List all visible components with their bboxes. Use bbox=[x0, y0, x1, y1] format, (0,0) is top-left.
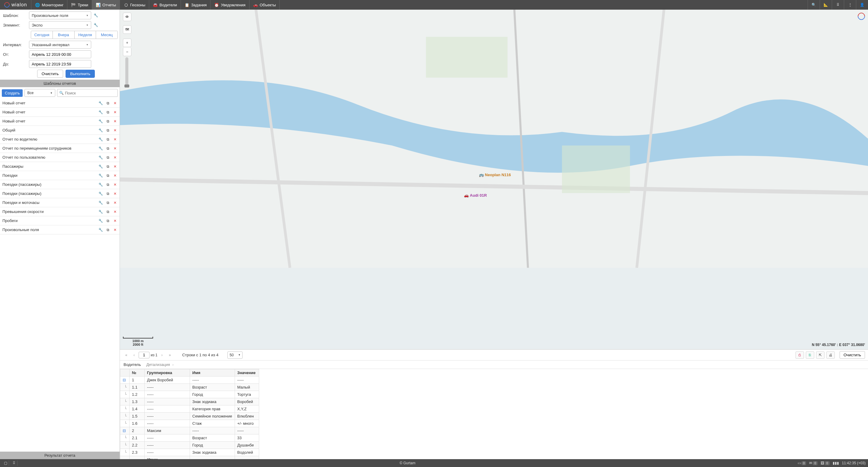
wrench-icon[interactable]: 🔧 bbox=[98, 173, 103, 178]
copy-icon[interactable]: ⧉ bbox=[106, 228, 110, 232]
template-item[interactable]: Общий 🔧 ⧉ ✕ bbox=[0, 126, 120, 135]
wrench-icon[interactable]: 🔧 bbox=[98, 219, 103, 223]
more-icon[interactable]: ⋮ bbox=[844, 0, 856, 10]
delete-icon[interactable]: ✕ bbox=[113, 110, 117, 114]
copy-icon[interactable]: ⧉ bbox=[106, 128, 110, 132]
copy-icon[interactable]: ⧉ bbox=[106, 173, 110, 178]
to-input[interactable] bbox=[29, 60, 91, 68]
print-icon[interactable]: 🖨 bbox=[826, 352, 835, 359]
template-select[interactable]: Произвольные поля bbox=[29, 11, 91, 19]
apps-icon[interactable]: ⠿ bbox=[832, 0, 844, 10]
wrench-icon[interactable]: 🔧 bbox=[98, 155, 103, 160]
template-item[interactable]: Превышения скорости 🔧 ⧉ ✕ bbox=[0, 207, 120, 216]
report-tab[interactable]: Водитель bbox=[124, 362, 141, 367]
zoom-out-button[interactable]: − bbox=[123, 48, 131, 56]
template-item[interactable]: Поездки (пассажиры) 🔧 ⧉ ✕ bbox=[0, 189, 120, 198]
wrench-icon[interactable]: 🔧 bbox=[98, 201, 103, 205]
template-item[interactable]: Новый отчет 🔧 ⧉ ✕ bbox=[0, 117, 120, 126]
delete-icon[interactable]: ✕ bbox=[113, 173, 117, 178]
template-item[interactable]: Отчет по перемещениям сотрудников 🔧 ⧉ ✕ bbox=[0, 144, 120, 153]
nav-треки[interactable]: 🏁Треки bbox=[67, 0, 92, 10]
page-size-select[interactable]: 50 bbox=[227, 352, 243, 359]
execute-button[interactable]: Выполнить bbox=[65, 70, 95, 78]
wrench-icon[interactable]: 🔧 bbox=[98, 110, 103, 114]
ruler-icon[interactable]: 📐 bbox=[820, 0, 832, 10]
nav-уведомления[interactable]: ⏰Уведомления bbox=[211, 0, 249, 10]
layers-icon[interactable]: 🗺 bbox=[123, 25, 131, 34]
wrench-icon[interactable]: 🔧 bbox=[98, 210, 103, 214]
delete-icon[interactable]: ✕ bbox=[113, 201, 117, 205]
last-page-icon[interactable]: » bbox=[166, 352, 173, 358]
page-input[interactable] bbox=[138, 352, 150, 358]
column-header[interactable]: Значение bbox=[235, 369, 259, 376]
quick-date-option[interactable]: Сегодня bbox=[31, 31, 53, 39]
collapse-icon[interactable]: ⊟ bbox=[123, 428, 126, 433]
nav-геозоны[interactable]: ⬡Геозоны bbox=[120, 0, 149, 10]
copy-icon[interactable]: ⧉ bbox=[106, 192, 110, 196]
template-item[interactable]: Новый отчет 🔧 ⧉ ✕ bbox=[0, 108, 120, 117]
template-item[interactable]: Отчет по пользователю 🔧 ⧉ ✕ bbox=[0, 153, 120, 162]
copy-icon[interactable]: ⧉ bbox=[106, 110, 110, 114]
grid-icon[interactable]: ⠿ bbox=[11, 460, 18, 466]
search-icon[interactable]: 🔍 bbox=[808, 0, 820, 10]
copy-icon[interactable]: ⧉ bbox=[106, 101, 110, 105]
clear-report-button[interactable]: Очистить bbox=[840, 351, 865, 359]
template-item[interactable]: Пробеги 🔧 ⧉ ✕ bbox=[0, 216, 120, 225]
column-header[interactable]: Группировка bbox=[144, 369, 190, 376]
image-badge[interactable]: 🖼0 bbox=[820, 461, 830, 465]
copy-icon[interactable]: ⧉ bbox=[106, 137, 110, 141]
template-settings-icon[interactable]: 🔧 bbox=[92, 12, 99, 19]
nav-задания[interactable]: 📋Задания bbox=[181, 0, 211, 10]
delete-icon[interactable]: ✕ bbox=[113, 119, 117, 123]
element-settings-icon[interactable]: 🔧 bbox=[92, 22, 99, 28]
create-template-button[interactable]: Создать bbox=[2, 89, 23, 97]
wrench-icon[interactable]: 🔧 bbox=[98, 119, 103, 123]
interval-select[interactable]: Указанный интервал bbox=[29, 41, 91, 48]
sms-badge[interactable]: ▭0 bbox=[798, 461, 806, 465]
zoom-slider[interactable] bbox=[125, 57, 128, 88]
delete-icon[interactable]: ✕ bbox=[113, 137, 117, 141]
wrench-icon[interactable]: 🔧 bbox=[98, 137, 103, 141]
map-view[interactable]: 👁 🗺 + − 🚌 Neoplan N116 🚗 Audi 01R 1000 m… bbox=[120, 10, 868, 349]
wrench-icon[interactable]: 🔧 bbox=[98, 164, 103, 169]
visibility-icon[interactable]: 👁 bbox=[123, 13, 131, 21]
template-filter-select[interactable]: Все bbox=[25, 89, 55, 97]
zoom-in-button[interactable]: + bbox=[123, 39, 131, 47]
delete-icon[interactable]: ✕ bbox=[113, 164, 117, 169]
first-page-icon[interactable]: « bbox=[123, 352, 130, 358]
copy-icon[interactable]: ⧉ bbox=[106, 119, 110, 123]
from-input[interactable] bbox=[29, 51, 91, 58]
delete-icon[interactable]: ✕ bbox=[113, 155, 117, 160]
delete-icon[interactable]: ✕ bbox=[113, 228, 117, 232]
copy-icon[interactable]: ⧉ bbox=[106, 155, 110, 160]
template-item[interactable]: Отчет по водителю 🔧 ⧉ ✕ bbox=[0, 135, 120, 144]
delete-icon[interactable]: ✕ bbox=[113, 182, 117, 187]
column-header[interactable]: № bbox=[129, 369, 144, 376]
collapse-icon[interactable]: ⊟ bbox=[123, 378, 126, 382]
template-item[interactable]: Пассажиры 🔧 ⧉ ✕ bbox=[0, 162, 120, 171]
delete-icon[interactable]: ✕ bbox=[113, 146, 117, 151]
export-file-icon[interactable]: ⇱ bbox=[816, 352, 825, 359]
copy-icon[interactable]: ⧉ bbox=[106, 201, 110, 205]
wrench-icon[interactable]: 🔧 bbox=[98, 192, 103, 196]
nav-мониторинг[interactable]: 🌐Мониторинг bbox=[31, 0, 67, 10]
wrench-icon[interactable]: 🔧 bbox=[98, 228, 103, 232]
next-page-icon[interactable]: › bbox=[159, 352, 165, 358]
wrench-icon[interactable]: 🔧 bbox=[98, 182, 103, 187]
quick-date-option[interactable]: Неделя bbox=[74, 31, 96, 39]
nav-объекты[interactable]: 🚗Объекты bbox=[249, 0, 280, 10]
template-item[interactable]: Новый отчет 🔧 ⧉ ✕ bbox=[0, 99, 120, 108]
map-marker-neoplan[interactable]: 🚌 Neoplan N116 bbox=[479, 173, 511, 177]
panel-toggle-icon[interactable]: ▢ bbox=[2, 460, 9, 466]
copy-icon[interactable]: ⧉ bbox=[106, 146, 110, 151]
copy-icon[interactable]: ⧉ bbox=[106, 164, 110, 169]
mail-badge[interactable]: ✉0 bbox=[809, 461, 817, 465]
element-select[interactable]: Экспо bbox=[29, 21, 91, 29]
clear-button[interactable]: Очистить bbox=[37, 70, 63, 78]
column-header[interactable]: Имя bbox=[190, 369, 235, 376]
delete-icon[interactable]: ✕ bbox=[113, 219, 117, 223]
prev-page-icon[interactable]: ‹ bbox=[131, 352, 137, 358]
user-icon[interactable]: 👤 bbox=[856, 0, 868, 10]
report-tab[interactable]: Детализация bbox=[146, 362, 173, 367]
delete-icon[interactable]: ✕ bbox=[113, 210, 117, 214]
